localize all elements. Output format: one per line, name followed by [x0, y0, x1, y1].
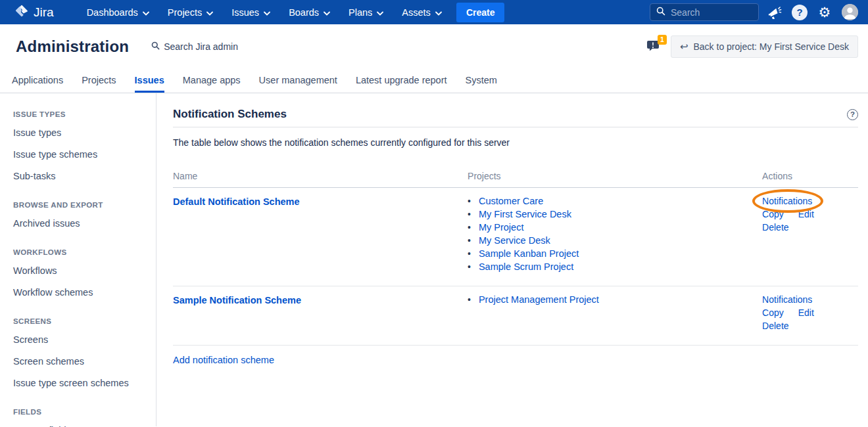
sidebar-item-issue-type-screen-schemes[interactable]: Issue type screen schemes	[13, 378, 149, 388]
section-help-icon[interactable]: ?	[847, 109, 858, 120]
project-link-my-project[interactable]: My Project	[479, 222, 524, 233]
tab-manage-apps[interactable]: Manage apps	[183, 68, 241, 93]
page-title: Administration	[16, 37, 129, 56]
notification-count-badge: 1	[658, 35, 667, 45]
nav-dashboards[interactable]: Dashboards	[80, 3, 156, 22]
sidebar-item-workflows[interactable]: Workflows	[13, 265, 149, 276]
chevron-down-icon	[324, 7, 330, 18]
sidebar-item-screens[interactable]: Screens	[13, 334, 149, 345]
gear-icon[interactable]: ⚙	[815, 3, 834, 22]
back-to-project-label: Back to project: My First Service Desk	[693, 41, 849, 52]
chevron-down-icon	[377, 7, 383, 18]
top-navbar: Jira Dashboards Projects Issues Boards P…	[0, 0, 868, 24]
chevron-down-icon	[435, 7, 442, 18]
project-link-project-management-project[interactable]: Project Management Project	[479, 294, 599, 305]
tab-projects[interactable]: Projects	[82, 68, 116, 93]
navbar-search[interactable]	[650, 3, 759, 21]
sidebar-section-issue-types: ISSUE TYPES	[13, 110, 149, 118]
nav-issues[interactable]: Issues	[225, 3, 277, 22]
notification-schemes-table: Name Projects Actions Default Notificati…	[173, 167, 858, 346]
action-edit-default[interactable]: Edit	[798, 209, 814, 219]
nav-boards-label: Boards	[289, 7, 319, 18]
sidebar-item-workflow-schemes[interactable]: Workflow schemes	[13, 287, 149, 298]
tab-issues[interactable]: Issues	[135, 68, 164, 93]
search-icon	[656, 7, 665, 18]
scheme-link-default[interactable]: Default Notification Scheme	[173, 196, 300, 207]
search-icon	[151, 41, 160, 52]
tab-applications[interactable]: Applications	[12, 68, 63, 93]
sidebar-item-issue-type-schemes[interactable]: Issue type schemes	[13, 149, 149, 160]
section-title: Notification Schemes	[173, 108, 287, 121]
back-arrow-icon: ↩	[680, 41, 688, 53]
add-notification-scheme-link[interactable]: Add notification scheme	[173, 355, 274, 365]
chevron-down-icon	[143, 7, 149, 18]
create-button[interactable]: Create	[456, 3, 505, 22]
nav-plans[interactable]: Plans	[342, 3, 390, 22]
tab-system[interactable]: System	[466, 68, 497, 93]
action-copy-default[interactable]: Copy	[762, 209, 784, 219]
admin-notifications-icon[interactable]: 1	[646, 37, 665, 56]
project-link-customer-care[interactable]: Customer Care	[479, 196, 543, 206]
nav-projects[interactable]: Projects	[161, 3, 220, 22]
nav-assets[interactable]: Assets	[395, 3, 448, 22]
sidebar-section-workflows: WORKFLOWS	[13, 248, 149, 256]
back-to-project-button[interactable]: ↩ Back to project: My First Service Desk	[671, 35, 858, 58]
jira-logo-text: Jira	[34, 5, 54, 20]
sidebar-section-fields: FIELDS	[13, 408, 149, 416]
admin-search-label: Search Jira admin	[164, 41, 238, 52]
megaphone-icon[interactable]	[765, 3, 784, 22]
nav-projects-label: Projects	[168, 7, 202, 18]
project-list: Customer Care My First Service Desk My P…	[468, 196, 762, 272]
admin-sidebar: ISSUE TYPES Issue types Issue type schem…	[0, 93, 157, 426]
navbar-menu: Dashboards Projects Issues Boards Plans …	[80, 3, 448, 22]
action-delete-default[interactable]: Delete	[762, 222, 788, 233]
chevron-down-icon	[264, 7, 270, 18]
nav-dashboards-label: Dashboards	[87, 7, 138, 18]
avatar-icon	[842, 4, 858, 20]
jira-logo-icon	[14, 4, 29, 20]
table-row-sample-notification-scheme: Sample Notification Scheme Project Manag…	[173, 286, 858, 346]
admin-tabbar: Applications Projects Issues Manage apps…	[0, 68, 868, 93]
sidebar-section-screens: SCREENS	[13, 317, 149, 325]
chevron-down-icon	[206, 7, 213, 18]
sidebar-item-screen-schemes[interactable]: Screen schemes	[13, 356, 149, 367]
action-edit-sample[interactable]: Edit	[798, 307, 814, 318]
sidebar-item-issue-types[interactable]: Issue types	[13, 127, 149, 138]
nav-assets-label: Assets	[402, 7, 431, 18]
project-link-sample-kanban-project[interactable]: Sample Kanban Project	[479, 248, 579, 259]
tab-user-management[interactable]: User management	[259, 68, 337, 93]
project-link-sample-scrum-project[interactable]: Sample Scrum Project	[479, 261, 573, 272]
nav-plans-label: Plans	[349, 7, 372, 18]
search-input[interactable]	[671, 7, 746, 18]
nav-boards[interactable]: Boards	[282, 3, 337, 22]
help-icon[interactable]: ?	[790, 3, 809, 22]
main-content: Notification Schemes ? The table below s…	[157, 93, 868, 426]
tab-latest-upgrade-report[interactable]: Latest upgrade report	[356, 68, 447, 93]
column-header-projects: Projects	[468, 167, 762, 188]
project-list: Project Management Project	[468, 295, 762, 305]
project-link-my-first-service-desk[interactable]: My First Service Desk	[479, 209, 571, 219]
action-notifications-default[interactable]: Notifications	[762, 196, 812, 206]
action-notifications-sample[interactable]: Notifications	[762, 294, 812, 305]
user-avatar[interactable]	[840, 3, 859, 22]
scheme-link-sample[interactable]: Sample Notification Scheme	[173, 295, 301, 305]
section-description: The table below shows the notification s…	[173, 137, 858, 148]
sidebar-item-sub-tasks[interactable]: Sub-tasks	[13, 171, 149, 181]
column-header-name: Name	[173, 167, 468, 188]
admin-search[interactable]: Search Jira admin	[151, 41, 238, 52]
sidebar-item-archived-issues[interactable]: Archived issues	[13, 218, 149, 229]
project-link-my-service-desk[interactable]: My Service Desk	[479, 235, 550, 246]
jira-logo[interactable]: Jira	[9, 4, 54, 20]
column-header-actions: Actions	[762, 167, 858, 188]
nav-issues-label: Issues	[231, 7, 259, 18]
admin-header: Administration Search Jira admin 1 ↩ Bac…	[0, 24, 868, 68]
table-row-default-notification-scheme: Default Notification Scheme Customer Car…	[173, 188, 858, 286]
action-delete-sample[interactable]: Delete	[762, 321, 788, 331]
action-copy-sample[interactable]: Copy	[762, 307, 784, 318]
sidebar-section-browse-export: BROWSE AND EXPORT	[13, 201, 149, 209]
